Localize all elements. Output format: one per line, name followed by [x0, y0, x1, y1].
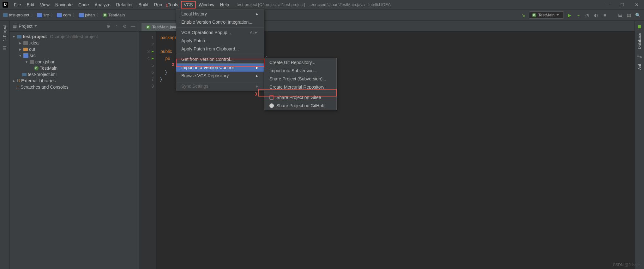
line-gutter: 1 2 3▶ 4▶ 5 6 7 8 [139, 32, 157, 269]
ant-icon[interactable]: 🐜 [637, 54, 642, 59]
left-tool-gutter: 1: Project ▤ [0, 21, 9, 269]
breadcrumb-item[interactable]: src [37, 13, 49, 17]
menu-vcs-operations[interactable]: VCS Operations Popup...Alt+` [176, 28, 264, 37]
vcs-update-icon[interactable]: ⬓ [617, 12, 623, 18]
project-tool-button[interactable]: 1: Project [3, 24, 7, 43]
close-button[interactable]: ✕ [629, 0, 644, 9]
inspection-ok-icon[interactable] [638, 25, 641, 28]
ant-tool-button[interactable]: Ant [637, 63, 642, 71]
panel-toolbar: ⊕ ÷ ⚙ — [106, 24, 135, 29]
menu-help[interactable]: Help [218, 1, 232, 8]
menu-import-svn[interactable]: Import into Subversion... [264, 67, 336, 75]
settings-icon[interactable]: ⚙ [122, 24, 127, 29]
breadcrumb-sep: 〉 [73, 12, 77, 18]
scratch-icon: ⬚ [16, 85, 19, 89]
menu-enable-vcs[interactable]: Enable Version Control Integration... [176, 18, 264, 26]
menu-apply-patch-clipboard[interactable]: Apply Patch from Clipboard... [176, 45, 264, 53]
window-controls: ─ ☐ ✕ [600, 0, 644, 9]
toolbar-right: ↘ C TestMain ▶ ⌁ ◔ ◐ ■ ⬓ ▤ 🔍 [520, 11, 641, 19]
github-icon [269, 103, 274, 108]
run-gutter-icon[interactable]: ▶ [152, 48, 154, 55]
menu-local-history[interactable]: Local History▶ [176, 10, 264, 18]
import-vc-submenu: Create Git Repository... Import into Sub… [264, 58, 337, 110]
debug-button[interactable]: ⌁ [575, 12, 581, 18]
breadcrumb-item[interactable]: CTestMain [103, 13, 125, 17]
structure-tool-button[interactable]: ▤ [3, 45, 7, 50]
breadcrumb-item[interactable]: com [57, 13, 71, 17]
menu-create-git[interactable]: Create Git Repository... [264, 58, 336, 67]
collapse-icon[interactable]: ÷ [114, 24, 119, 29]
menu-file[interactable]: File [11, 1, 24, 8]
app-icon: IJ [3, 2, 8, 8]
menu-run[interactable]: Run [152, 1, 165, 8]
titlebar: IJ File Edit View Navigate Code Analyze … [0, 0, 644, 9]
profile-button[interactable]: ◐ [593, 12, 599, 18]
stop-button[interactable]: ■ [602, 12, 608, 18]
breadcrumb-item[interactable]: test-project [3, 13, 29, 17]
tree-row[interactable]: ▶.idea [9, 40, 139, 46]
menu-get-from-vc[interactable]: Get from Version Control... [176, 55, 264, 63]
menu-apply-patch[interactable]: Apply Patch... [176, 37, 264, 45]
module-icon [3, 13, 8, 17]
menubar: File Edit View Navigate Code Analyze Ref… [11, 1, 232, 8]
locate-icon[interactable]: ⊕ [106, 24, 111, 29]
menu-analyze[interactable]: Analyze [92, 1, 113, 8]
menu-vcs[interactable]: VCS [181, 1, 196, 8]
separator [264, 92, 336, 92]
class-icon: C [146, 25, 150, 29]
class-icon: C [532, 13, 536, 17]
menu-refactor[interactable]: Refactor [113, 1, 135, 8]
tree-row-root[interactable]: ▼test-projectC:\project-all\test-project [9, 33, 139, 40]
menu-edit[interactable]: Edit [24, 1, 37, 8]
menu-navigate[interactable]: Navigate [53, 1, 75, 8]
separator [176, 54, 264, 54]
project-panel-title[interactable]: ▤ Project [13, 24, 37, 29]
tree-row[interactable]: ▼com.jshan [9, 59, 139, 65]
tree-row[interactable]: ▼src [9, 52, 139, 59]
breadcrumb: test-project 〉 src 〉 com 〉 jshan 〉 CTest… [3, 12, 125, 18]
build-icon[interactable]: ↘ [520, 12, 527, 18]
menu-window[interactable]: Window [196, 1, 217, 8]
coverage-button[interactable]: ◔ [584, 12, 590, 18]
search-icon[interactable]: 🔍 [635, 12, 641, 18]
tree-row[interactable]: ⬚Scratches and Consoles [9, 84, 139, 90]
menu-share-github[interactable]: Share Project on GitHub [264, 102, 336, 110]
menu-create-hg[interactable]: Create Mercurial Repository [264, 83, 336, 91]
menu-browse-repo[interactable]: Browse VCS Repository▶ [176, 72, 264, 80]
separator [176, 27, 264, 27]
maximize-button[interactable]: ☐ [615, 0, 629, 9]
menu-import-vc[interactable]: Import into Version Control▶ [176, 63, 264, 72]
hide-icon[interactable]: — [130, 24, 135, 29]
folder-icon [23, 53, 28, 58]
project-panel: ▤ Project ⊕ ÷ ⚙ — ▼test-projectC:\projec… [9, 21, 139, 269]
run-config-label: TestMain [538, 13, 555, 17]
window-title: test-project [C:\project-all\test-projec… [237, 2, 391, 7]
structure-icon[interactable]: ▤ [626, 12, 632, 18]
menu-view[interactable]: View [38, 1, 52, 8]
folder-icon [57, 13, 62, 17]
gitee-icon [269, 95, 274, 100]
run-gutter-icon[interactable]: ▶ [152, 55, 154, 62]
tree-row[interactable]: ▶𝕀𝕝External Libraries [9, 78, 139, 84]
menu-share-gitee[interactable]: Share Project on Gitee [264, 93, 336, 102]
breadcrumb-item[interactable]: jshan [79, 13, 95, 17]
menu-code[interactable]: Code [76, 1, 91, 8]
menu-build[interactable]: Build [136, 1, 151, 8]
run-button[interactable]: ▶ [566, 12, 573, 18]
tree-row[interactable]: ▶out [9, 46, 139, 52]
dropdown-icon [557, 14, 559, 16]
class-icon: C [103, 13, 107, 17]
folder-icon [79, 13, 84, 17]
database-tool-button[interactable]: Database [637, 32, 642, 50]
minimize-button[interactable]: ─ [600, 0, 615, 9]
annotation-2: 2 [172, 62, 174, 67]
annotation-3: 3 [255, 91, 257, 96]
run-config-selector[interactable]: C TestMain [529, 11, 564, 19]
annotation-1: 1 [166, 3, 168, 8]
folder-icon [23, 48, 28, 51]
right-tool-gutter: Database 🐜 Ant [635, 21, 644, 269]
tree-row[interactable]: CTestMain [9, 65, 139, 71]
tree-row[interactable]: test-project.iml [9, 71, 139, 78]
iml-icon [22, 73, 27, 76]
menu-share-svn[interactable]: Share Project (Subversion)... [264, 75, 336, 83]
